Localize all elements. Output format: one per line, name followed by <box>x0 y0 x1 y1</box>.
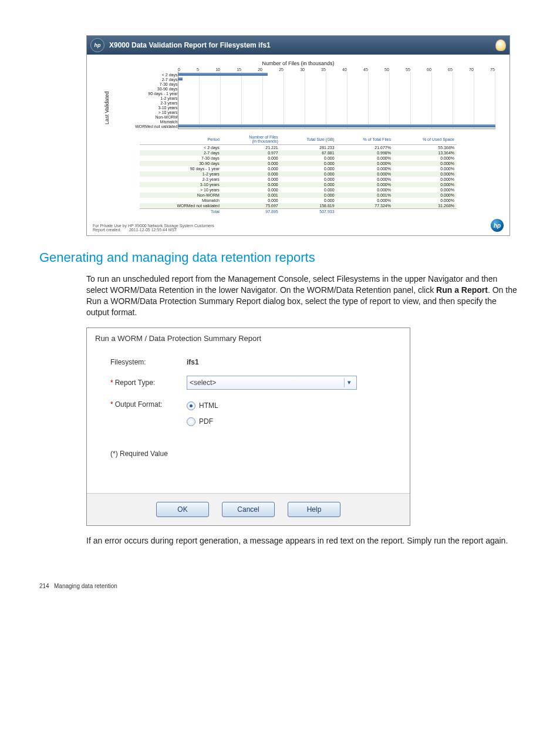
report-type-select[interactable]: <select> ▾ <box>187 376 357 390</box>
bar <box>178 124 495 127</box>
category-label: Mismatch <box>112 120 178 124</box>
category-label: 2-3 years <box>112 101 178 106</box>
x-tick: 60 <box>427 67 431 72</box>
x-tick: 40 <box>342 67 347 72</box>
bar-row <box>178 123 495 128</box>
table-row: 90 days - 1 year0.0000.0000.000%0.000% <box>140 166 457 171</box>
table-row: 7-30 days0.0000.0000.000%0.000% <box>140 156 457 161</box>
th-period: Period <box>140 134 222 145</box>
footer-note: For Private Use by HP X9000 Network Stor… <box>93 224 214 228</box>
x-tick: 65 <box>448 67 453 72</box>
chart-area: Number of Files (in thousands) 051015202… <box>87 55 510 130</box>
table-row: 3-10 years0.0000.0000.000%0.000% <box>140 182 457 187</box>
x-tick: 45 <box>363 67 368 72</box>
required-note: (*) Required Value <box>110 450 392 458</box>
th-num: Number of Files (in thousands) <box>222 134 281 145</box>
run-report-dialog: Run a WORM / Data Protection Summary Rep… <box>86 328 410 526</box>
category-label: 90 days - 1 year <box>112 92 178 96</box>
bar-row <box>178 76 495 81</box>
report-title: X9000 Data Validation Report for Filesys… <box>109 41 271 49</box>
category-label: 1-2 years <box>112 96 178 101</box>
dialog-title: Run a WORM / Data Protection Summary Rep… <box>87 328 410 345</box>
filesystem-label: Filesystem: <box>110 358 187 366</box>
category-label: 3-10 years <box>112 106 178 110</box>
x-tick: 20 <box>258 67 262 72</box>
output-html-option[interactable]: HTML <box>187 401 218 410</box>
bar-row <box>178 109 495 114</box>
filesystem-value: ifs1 <box>187 358 199 366</box>
table-row: 1-2 years0.0000.0000.000%0.000% <box>140 171 457 177</box>
th-pcts: % of Used Space <box>393 134 457 145</box>
bar-row <box>178 104 495 109</box>
ok-button[interactable]: OK <box>156 502 209 517</box>
x-tick: 25 <box>279 67 284 72</box>
category-label: > 10 years <box>112 110 178 115</box>
x-tick: 75 <box>490 67 495 72</box>
bar-row <box>178 90 495 95</box>
category-label: 7-30 days <box>112 82 178 87</box>
category-label: Non-WORM <box>112 115 178 120</box>
report-type-label: Report Type: <box>115 379 155 387</box>
radio-icon <box>187 417 195 426</box>
table-row: Non-WORM0.0010.0000.001%0.000% <box>140 193 457 198</box>
output-pdf-option[interactable]: PDF <box>187 417 218 426</box>
hp-badge-icon: hp <box>491 219 504 232</box>
bulb-icon <box>495 39 506 51</box>
x-tick: 70 <box>469 67 474 72</box>
table-total-row: Total97.895507.933 <box>140 209 457 215</box>
x-tick: 55 <box>406 67 410 72</box>
bar <box>178 73 268 76</box>
table-row: > 10 years0.0000.0000.000%0.000% <box>140 187 457 193</box>
x-tick: 5 <box>197 67 199 72</box>
hp-logo-icon: hp <box>90 38 104 52</box>
x-tick: 0 <box>178 67 180 72</box>
report-header: hp X9000 Data Validation Report for File… <box>87 36 510 55</box>
section-para-1: To run an unscheduled report from the Ma… <box>86 274 521 318</box>
table-row: 2-7 days0.97767.8810.998%13.364% <box>140 150 457 156</box>
bar <box>178 77 183 80</box>
x-tick: 10 <box>215 67 220 72</box>
x-tick: 15 <box>237 67 241 72</box>
created-label: Report created: <box>93 228 121 232</box>
table-row: 2-3 years0.0000.0000.000%0.000% <box>140 177 457 182</box>
section-heading: Generating and managing data retention r… <box>39 250 521 265</box>
table-row: WORMed not validated75.697158.81977.324%… <box>140 203 457 209</box>
bar-row <box>178 72 495 76</box>
chart-x-title: Number of Files (in thousands) <box>262 60 334 66</box>
bar-row <box>178 95 495 100</box>
report-type-value: <select> <box>190 379 216 387</box>
validation-report: hp X9000 Data Validation Report for File… <box>86 35 510 236</box>
table-row: < 2 days21.221281.23321.677%55.368% <box>140 145 457 151</box>
x-tick: 35 <box>321 67 326 72</box>
section-para-2: If an error occurs during report generat… <box>86 535 521 546</box>
category-label: 30-90 days <box>112 87 178 92</box>
bar-row <box>178 81 495 86</box>
bar-row <box>178 114 495 119</box>
page-footer: 214 Managing data retention <box>39 583 117 589</box>
dialog-button-bar: OK Cancel Help <box>87 493 410 525</box>
bar-row <box>178 119 495 123</box>
th-size: Total Size (GB) <box>281 134 337 145</box>
category-label: WORMed not validated <box>112 124 178 129</box>
table-row: 30-90 days0.0000.0000.000%0.000% <box>140 161 457 166</box>
created-value: 2011-12-05 12:55:44 MST <box>129 228 177 232</box>
category-label: 2-7 days <box>112 77 178 82</box>
category-label: < 2 days <box>112 73 178 77</box>
table-row: Mismatch0.0000.0000.000%0.000% <box>140 198 457 203</box>
x-tick: 50 <box>384 67 389 72</box>
cancel-button[interactable]: Cancel <box>222 502 275 517</box>
help-button[interactable]: Help <box>288 502 340 517</box>
chart-y-title: Last Validated <box>102 72 112 129</box>
radio-icon <box>187 401 195 410</box>
data-table: Period Number of Files (in thousands) To… <box>140 134 457 214</box>
bar-row <box>178 100 495 104</box>
th-pctf: % of Total Files <box>337 134 393 145</box>
x-tick: 30 <box>300 67 305 72</box>
output-format-label: Output Format: <box>115 400 163 409</box>
bar-row <box>178 86 495 90</box>
chevron-down-icon: ▾ <box>344 378 354 387</box>
